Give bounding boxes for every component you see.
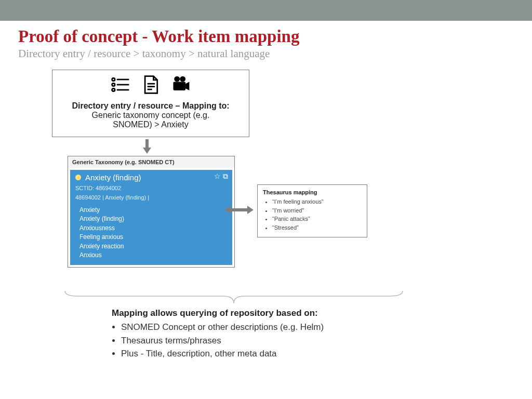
thesaurus-item: “Stressed” (272, 223, 362, 232)
thesaurus-item: “I’m worried” (272, 206, 362, 215)
synonym: Anxious (79, 251, 227, 260)
thesaurus-item: “I’m feeling anxious” (272, 197, 362, 206)
video-camera-icon (170, 74, 191, 97)
svg-rect-11 (173, 82, 185, 90)
synonym: Anxiety (finding) (79, 215, 227, 223)
bottom-list: SNOMED Concept or other descriptions (e.… (112, 321, 413, 361)
brace-icon (62, 290, 405, 308)
synonym: Anxiety reaction (79, 242, 227, 251)
svg-rect-12 (145, 139, 149, 149)
resource-mapping-box: Directory entry / resource – Mapping to:… (52, 70, 249, 137)
svg-point-2 (112, 83, 115, 86)
bottom-item: Plus - Title, description, other meta da… (121, 347, 413, 361)
arrow-down-icon (143, 139, 514, 156)
synonym-list: Anxiety Anxiety (finding) Anxiousness Fe… (75, 206, 227, 260)
concept-title: Anxiety (finding) (85, 173, 141, 182)
page-title: Proof of concept - Work item mapping (18, 27, 514, 46)
star-icon: ☆ ⧉ (214, 172, 228, 181)
double-arrow-icon (224, 205, 254, 217)
box1-heading: Directory entry / resource – Mapping to: (60, 101, 242, 111)
sctid-line: SCTID: 48694002 (75, 185, 227, 191)
svg-point-9 (174, 76, 180, 82)
bottom-item: Thesaurus terms/phrases (121, 334, 413, 348)
list-icon (110, 74, 131, 97)
concept-dot-icon (75, 175, 81, 180)
snomed-card: Anxiety (finding) ☆ ⧉ SCTID: 48694002 48… (70, 170, 232, 265)
page-subtitle: Directory entry / resource > taxonomy > … (18, 47, 514, 60)
bottom-item: SNOMED Concept or other descriptions (e.… (121, 321, 413, 334)
header-band (0, 0, 532, 21)
synonym: Feeling anxious (79, 233, 227, 242)
fqn-line: 48694002 | Anxiety (finding) | (75, 194, 227, 201)
document-icon (140, 74, 161, 97)
bottom-text: Mapping allows querying of repository ba… (112, 308, 413, 361)
synonym: Anxiousness (79, 224, 227, 233)
thesaurus-item: “Panic attacks” (272, 215, 362, 223)
bottom-heading: Mapping allows querying of repository ba… (112, 308, 413, 318)
svg-point-10 (180, 76, 185, 82)
thesaurus-heading: Thesaurus mapping (263, 189, 362, 195)
taxonomy-header: Generic Taxonomy (e.g. SNOMED CT) (68, 156, 234, 168)
svg-point-4 (112, 88, 115, 91)
resource-icons (60, 74, 242, 97)
thesaurus-box: Thesaurus mapping “I’m feeling anxious” … (257, 184, 367, 237)
box1-sub1: Generic taxonomy concept (e.g. (60, 111, 242, 120)
box1-sub2: SNOMED) > Anxiety (60, 120, 242, 129)
thesaurus-list: “I’m feeling anxious” “I’m worried” “Pan… (263, 197, 362, 232)
synonym: Anxiety (79, 206, 227, 215)
taxonomy-panel: Generic Taxonomy (e.g. SNOMED CT) Anxiet… (68, 156, 235, 268)
svg-point-0 (112, 78, 115, 81)
